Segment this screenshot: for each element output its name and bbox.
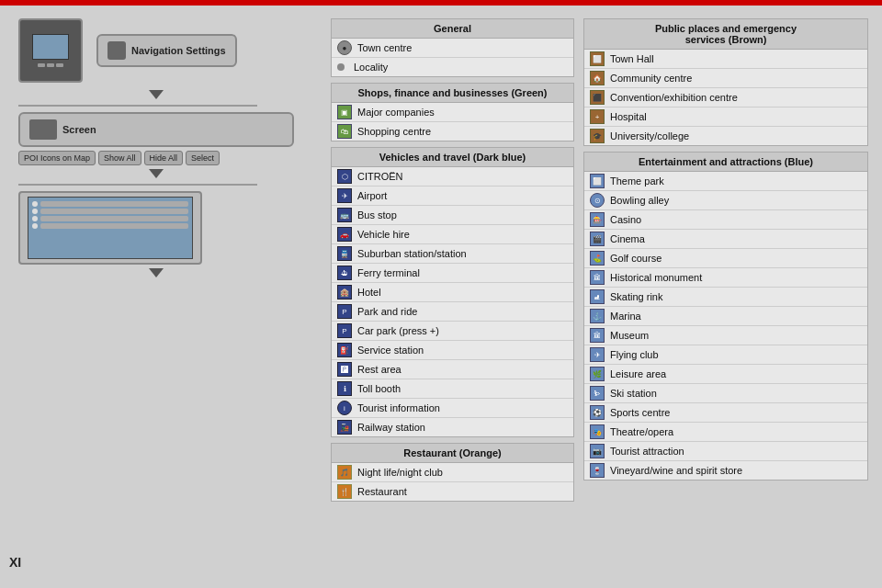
small-screen-row-4 (32, 223, 188, 229)
entertainment-item-marina[interactable]: ⚓ Marina (584, 307, 867, 326)
locality-label: Locality (354, 62, 388, 73)
cinema-icon: 🎬 (590, 232, 605, 246)
tourist-attraction-icon: 📷 (590, 444, 605, 458)
flying-club-icon: ✈ (590, 347, 605, 362)
entertainment-item-casino[interactable]: 🎰 Casino (584, 210, 867, 230)
entertainment-item-museum[interactable]: 🏛 Museum (584, 326, 867, 345)
vehicles-item-carpark[interactable]: P Car park (press +) (332, 322, 573, 341)
small-screen-inner (28, 197, 193, 259)
vehicles-item-busstop[interactable]: 🚌 Bus stop (332, 206, 573, 225)
car-park-icon: P (337, 323, 352, 338)
community-centre-icon: 🏠 (590, 71, 605, 85)
public-item-community[interactable]: 🏠 Community centre (584, 69, 867, 88)
community-centre-label: Community centre (610, 73, 692, 84)
vehicles-item-hotel[interactable]: 🏨 Hotel (332, 283, 573, 302)
ferry-terminal-label: Ferry terminal (357, 267, 420, 278)
park-ride-icon: P (337, 304, 352, 319)
vehicles-item-vehiclehire[interactable]: 🚗 Vehicle hire (332, 225, 573, 244)
entertainment-item-vineyard[interactable]: 🍷 Vineyard/wine and spirit store (584, 461, 867, 480)
poi-icons-btn[interactable]: POI Icons on Map (18, 151, 96, 165)
vehicles-item-restarea[interactable]: 🅿 Rest area (332, 360, 573, 379)
entertainment-item-skistation[interactable]: ⛷ Ski station (584, 384, 867, 403)
entertainment-item-bowling[interactable]: ⊙ Bowling alley (584, 191, 867, 210)
show-all-btn[interactable]: Show All (98, 151, 141, 165)
general-item-locality[interactable]: Locality (332, 58, 573, 76)
theme-park-icon: ⬜ (590, 174, 605, 188)
vehicles-item-parkride[interactable]: P Park and ride (332, 302, 573, 322)
nav-settings-box[interactable]: Navigation Settings (96, 34, 237, 67)
theme-park-label: Theme park (610, 175, 664, 187)
shops-item-major[interactable]: ▣ Major companies (332, 103, 573, 122)
screen-box[interactable]: Screen (18, 112, 294, 147)
entertainment-item-historical[interactable]: 🏛 Historical monument (584, 268, 867, 288)
entertainment-item-golf[interactable]: ⛳ Golf course (584, 249, 867, 268)
entertainment-item-sportscentre[interactable]: ⚽ Sports centre (584, 403, 867, 423)
vehicles-item-ferry[interactable]: ⛴ Ferry terminal (332, 264, 573, 283)
skating-rink-label: Skating rink (610, 291, 662, 302)
select-btn[interactable]: Select (186, 151, 220, 165)
town-centre-icon: ● (337, 40, 352, 55)
entertainment-item-cinema[interactable]: 🎬 Cinema (584, 230, 867, 249)
entertainment-item-leisurearea[interactable]: 🌿 Leisure area (584, 365, 867, 384)
hide-all-btn[interactable]: Hide All (144, 151, 184, 165)
vehicles-item-suburban[interactable]: 🚆 Suburban station/station (332, 244, 573, 264)
tourist-info-label: Tourist information (357, 402, 440, 413)
arrow-down-1 (149, 90, 164, 99)
general-item-town-centre[interactable]: ● Town centre (332, 39, 573, 58)
device-image (18, 18, 83, 83)
vehicles-item-citroen[interactable]: ⬡ CITROËN (332, 167, 573, 187)
ski-station-icon: ⛷ (590, 386, 605, 401)
ski-station-label: Ski station (610, 388, 657, 399)
divider-1 (18, 105, 257, 107)
xi-label: XI (9, 555, 21, 570)
entertainment-item-tourist-attraction[interactable]: 📷 Tourist attraction (584, 442, 867, 461)
middle-column: General ● Town centre Locality Shops, fi… (331, 18, 574, 507)
vehicles-item-service[interactable]: ⛽ Service station (332, 341, 573, 360)
golf-course-icon: ⛳ (590, 251, 605, 266)
public-header: Public places and emergencyservices (Bro… (584, 19, 867, 50)
vehicles-item-railway[interactable]: 🚂 Railway station (332, 418, 573, 436)
right-column: Public places and emergencyservices (Bro… (583, 18, 868, 486)
bus-stop-label: Bus stop (357, 209, 397, 220)
rest-area-icon: 🅿 (337, 362, 352, 377)
restaurant-item-restaurant[interactable]: 🍴 Restaurant (332, 482, 573, 501)
left-panel: Navigation Settings Screen POI Icons on … (18, 18, 294, 281)
bowling-alley-icon: ⊙ (590, 193, 605, 208)
entertainment-header: Entertainment and attractions (Blue) (584, 153, 867, 172)
vehicles-item-tourist-info[interactable]: i Tourist information (332, 399, 573, 418)
town-hall-label: Town Hall (610, 53, 654, 64)
ferry-terminal-icon: ⛴ (337, 266, 352, 280)
public-item-townhall[interactable]: ⬜ Town Hall (584, 50, 867, 69)
shops-item-shopping[interactable]: 🛍 Shopping centre (332, 122, 573, 141)
cinema-label: Cinema (610, 233, 645, 244)
entertainment-item-flyingclub[interactable]: ✈ Flying club (584, 345, 867, 365)
shops-header: Shops, finance and businesses (Green) (332, 84, 573, 103)
entertainment-item-themepark[interactable]: ⬜ Theme park (584, 172, 867, 191)
small-line-1 (40, 201, 188, 207)
small-screen-row-3 (32, 216, 188, 221)
major-companies-icon: ▣ (337, 105, 352, 119)
sports-centre-label: Sports centre (610, 407, 670, 418)
restaurant-item-nightlife[interactable]: 🎵 Night life/night club (332, 463, 573, 482)
restaurant-section: Restaurant (Orange) 🎵 Night life/night c… (331, 443, 574, 502)
suburban-station-icon: 🚆 (337, 246, 352, 261)
bus-stop-icon: 🚌 (337, 208, 352, 222)
public-item-convention[interactable]: ⬛ Convention/exhibition centre (584, 88, 867, 107)
vehicles-item-airport[interactable]: ✈ Airport (332, 187, 573, 206)
toll-booth-icon: ℹ (337, 381, 352, 396)
public-item-university[interactable]: 🎓 University/college (584, 127, 867, 145)
golf-course-label: Golf course (610, 253, 662, 264)
entertainment-item-theatre[interactable]: 🎭 Theatre/opera (584, 423, 867, 442)
public-item-hospital[interactable]: + Hospital (584, 107, 867, 127)
device-btn-3 (56, 63, 63, 67)
vehicles-section: Vehicles and travel (Dark blue) ⬡ CITROË… (331, 147, 574, 437)
vehicles-item-tollbooth[interactable]: ℹ Toll booth (332, 379, 573, 399)
historical-monument-label: Historical monument (610, 272, 702, 283)
small-dot-3 (32, 216, 38, 221)
hospital-label: Hospital (610, 111, 647, 122)
citroen-label: CITROËN (357, 171, 403, 182)
small-line-2 (40, 209, 188, 214)
entertainment-section: Entertainment and attractions (Blue) ⬜ T… (583, 152, 868, 481)
citroen-icon: ⬡ (337, 169, 352, 184)
entertainment-item-skating[interactable]: ⛸ Skating rink (584, 288, 867, 307)
